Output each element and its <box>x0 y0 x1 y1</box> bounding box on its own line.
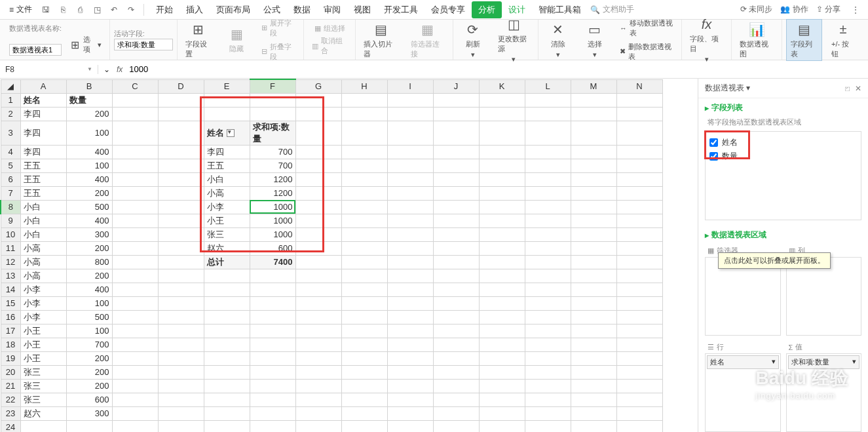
cell-D2[interactable] <box>158 107 204 121</box>
cell-A11[interactable]: 小高 <box>20 241 66 255</box>
cell-I23[interactable] <box>387 406 433 420</box>
cell-M17[interactable] <box>571 324 616 338</box>
cell-E5[interactable]: 王五 <box>204 159 250 172</box>
cell-H5[interactable] <box>341 159 387 172</box>
cell-M16[interactable] <box>571 310 616 324</box>
cell-H7[interactable] <box>341 186 387 200</box>
cell-E9[interactable]: 小王 <box>204 214 250 227</box>
cell-E12[interactable]: 总计 <box>204 255 250 269</box>
row-head-24[interactable]: 24 <box>1 420 20 432</box>
cell-B4[interactable]: 400 <box>66 145 112 159</box>
cell-F4[interactable]: 700 <box>250 145 295 159</box>
cell-B3[interactable]: 100 <box>66 121 112 145</box>
cell-N2[interactable] <box>616 107 662 121</box>
cell-K19[interactable] <box>479 351 525 365</box>
cell-I18[interactable] <box>387 338 433 351</box>
cell-D17[interactable] <box>158 324 204 338</box>
cell-I7[interactable] <box>387 186 433 200</box>
cell-K7[interactable] <box>479 186 525 200</box>
cell-F2[interactable] <box>250 107 295 121</box>
cell-D24[interactable] <box>158 420 204 432</box>
cell-B8[interactable]: 500 <box>66 200 112 214</box>
cell-K2[interactable] <box>479 107 525 121</box>
cell-L17[interactable] <box>525 324 571 338</box>
cell-I21[interactable] <box>387 379 433 393</box>
cell-I6[interactable] <box>387 172 433 186</box>
cell-G6[interactable] <box>295 172 341 186</box>
cell-A15[interactable]: 小李 <box>20 296 66 310</box>
cell-D4[interactable] <box>158 145 204 159</box>
cell-K6[interactable] <box>479 172 525 186</box>
file-menu[interactable]: ≡ 文件 <box>5 3 36 16</box>
cell-I16[interactable] <box>387 310 433 324</box>
cell-N20[interactable] <box>616 365 662 379</box>
cell-M2[interactable] <box>571 107 616 121</box>
tab-会员专享[interactable]: 会员专享 <box>425 1 472 18</box>
cell-F8[interactable]: 1000 <box>250 200 295 214</box>
cell-D8[interactable] <box>158 200 204 214</box>
refresh-button[interactable]: ⟳刷新▾ <box>457 20 489 60</box>
tab-审阅[interactable]: 审阅 <box>317 1 347 18</box>
cell-K21[interactable] <box>479 379 525 393</box>
cell-F24[interactable] <box>250 420 295 432</box>
cell-I5[interactable] <box>387 159 433 172</box>
field-item-数量[interactable]: 数量 <box>709 149 857 163</box>
cell-D21[interactable] <box>158 379 204 393</box>
cell-K15[interactable] <box>479 296 525 310</box>
redo-icon[interactable]: ↷ <box>124 3 138 17</box>
cell-J24[interactable] <box>433 420 479 432</box>
cell-N22[interactable] <box>616 393 662 406</box>
cell-K22[interactable] <box>479 393 525 406</box>
cell-C24[interactable] <box>112 420 158 432</box>
cell-A1[interactable]: 姓名 <box>20 93 66 107</box>
cell-H14[interactable] <box>341 283 387 296</box>
cell-L3[interactable] <box>525 121 571 145</box>
cell-B10[interactable]: 300 <box>66 227 112 241</box>
cell-D22[interactable] <box>158 393 204 406</box>
cell-C18[interactable] <box>112 338 158 351</box>
cell-M14[interactable] <box>571 283 616 296</box>
cell-F15[interactable] <box>250 296 295 310</box>
cell-C4[interactable] <box>112 145 158 159</box>
hide-button[interactable]: ▦隐藏 <box>221 24 252 55</box>
cell-L14[interactable] <box>525 283 571 296</box>
cell-L5[interactable] <box>525 159 571 172</box>
cell-H16[interactable] <box>341 310 387 324</box>
cell-M19[interactable] <box>571 351 616 365</box>
clear-button[interactable]: ✕清除▾ <box>542 20 574 60</box>
cell-F1[interactable] <box>250 93 295 107</box>
cell-A20[interactable]: 张三 <box>20 365 66 379</box>
cell-I20[interactable] <box>387 365 433 379</box>
cell-M9[interactable] <box>571 214 616 227</box>
cell-N16[interactable] <box>616 310 662 324</box>
cell-J14[interactable] <box>433 283 479 296</box>
cell-L2[interactable] <box>525 107 571 121</box>
col-head-L[interactable]: L <box>525 79 571 93</box>
tab-开始[interactable]: 开始 <box>149 1 179 18</box>
cell-G17[interactable] <box>295 324 341 338</box>
cell-E6[interactable]: 小白 <box>204 172 250 186</box>
row-area-item[interactable]: 姓名▾ <box>707 355 779 369</box>
cell-A3[interactable]: 李四 <box>20 121 66 145</box>
cell-F21[interactable] <box>250 379 295 393</box>
cell-C17[interactable] <box>112 324 158 338</box>
cell-J11[interactable] <box>433 241 479 255</box>
cell-G15[interactable] <box>295 296 341 310</box>
cell-N9[interactable] <box>616 214 662 227</box>
cell-D14[interactable] <box>158 283 204 296</box>
cell-G18[interactable] <box>295 338 341 351</box>
cell-E23[interactable] <box>204 406 250 420</box>
cell-J2[interactable] <box>433 107 479 121</box>
cell-K17[interactable] <box>479 324 525 338</box>
cell-J13[interactable] <box>433 269 479 283</box>
cell-N7[interactable] <box>616 186 662 200</box>
field-list-header[interactable]: ▸ 字段列表 <box>698 98 868 117</box>
cell-H12[interactable] <box>341 255 387 269</box>
cell-J16[interactable] <box>433 310 479 324</box>
cell-B12[interactable]: 800 <box>66 255 112 269</box>
cell-B6[interactable]: 400 <box>66 172 112 186</box>
cell-G19[interactable] <box>295 351 341 365</box>
tab-视图[interactable]: 视图 <box>347 1 377 18</box>
cell-K13[interactable] <box>479 269 525 283</box>
cell-G10[interactable] <box>295 227 341 241</box>
